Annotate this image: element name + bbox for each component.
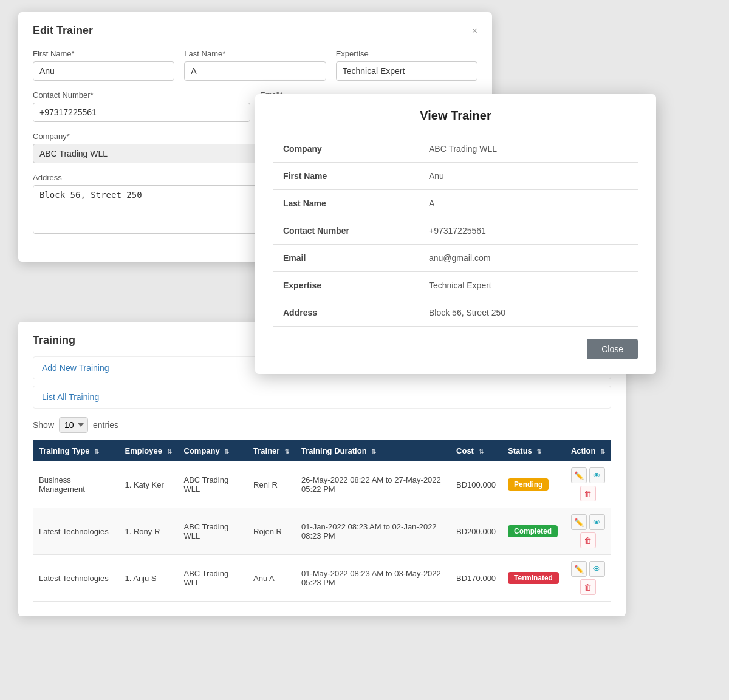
view-field-value: anu@gmail.com (419, 245, 638, 272)
show-entries-row: Show 10 25 50 entries (33, 417, 611, 433)
status-badge: Terminated (508, 572, 559, 584)
edit-row-button[interactable]: ✏️ (571, 514, 587, 530)
edit-trainer-header: Edit Trainer × (33, 24, 477, 37)
view-field-label: Contact Number (273, 217, 419, 245)
cell-training-type: Business Management (33, 461, 118, 508)
delete-row-button[interactable]: 🗑 (580, 532, 596, 548)
cell-company: ABC Trading WLL (178, 555, 248, 602)
action-icons: ✏️ 👁 🗑 (571, 467, 605, 501)
view-field-row: Company ABC Trading WLL (273, 135, 638, 163)
view-field-row: Contact Number +97317225561 (273, 217, 638, 245)
sort-icon-training-type: ⇅ (94, 448, 99, 455)
entries-suffix: entries (93, 420, 118, 430)
col-action[interactable]: Action ⇅ (565, 440, 611, 461)
cell-employee: 1. Katy Ker (118, 461, 177, 508)
cell-employee: 1. Rony R (118, 508, 177, 555)
view-field-row: First Name Anu (273, 163, 638, 190)
cell-status: Completed (502, 508, 565, 555)
table-row: Business Management 1. Katy Ker ABC Trad… (33, 461, 611, 508)
view-field-label: Last Name (273, 190, 419, 217)
contact-number-input[interactable] (33, 103, 250, 122)
expertise-label: Expertise (336, 49, 477, 58)
contact-number-label: Contact Number* (33, 90, 250, 100)
sort-icon-company: ⇅ (224, 448, 229, 455)
first-name-label: First Name* (33, 49, 174, 58)
cell-trainer: Rojen R (247, 508, 295, 555)
view-trainer-modal: View Trainer Company ABC Trading WLL Fir… (255, 94, 656, 374)
cell-status: Terminated (502, 555, 565, 602)
col-employee[interactable]: Employee ⇅ (118, 440, 177, 461)
table-header-row: Training Type ⇅ Employee ⇅ Company ⇅ Tra… (33, 440, 611, 461)
action-row1: ✏️ 👁 (571, 561, 605, 577)
action-row1: ✏️ 👁 (571, 467, 605, 483)
status-badge: Pending (508, 478, 549, 491)
form-row-1: First Name* Last Name* Expertise (33, 49, 477, 81)
cell-action: ✏️ 👁 🗑 (565, 508, 611, 555)
view-field-label: Address (273, 299, 419, 327)
view-field-label: Email (273, 245, 419, 272)
sort-icon-employee: ⇅ (167, 448, 172, 455)
cell-status: Pending (502, 461, 565, 508)
training-table: Training Type ⇅ Employee ⇅ Company ⇅ Tra… (33, 440, 611, 602)
view-row-button[interactable]: 👁 (589, 514, 605, 530)
list-all-link-text: Training (69, 392, 99, 402)
cell-cost: BD200.000 (450, 508, 502, 555)
view-field-value: +97317225561 (419, 217, 638, 245)
sort-icon-status: ⇅ (536, 448, 541, 455)
cell-company: ABC Trading WLL (178, 508, 248, 555)
add-new-link-text: Training (78, 363, 109, 373)
col-cost[interactable]: Cost ⇅ (450, 440, 502, 461)
view-field-label: First Name (273, 163, 419, 190)
action-icons: ✏️ 👁 🗑 (571, 514, 605, 548)
expertise-group: Expertise (336, 49, 477, 81)
sort-icon-duration: ⇅ (371, 448, 376, 455)
cell-duration: 01-May-2022 08:23 AM to 03-May-2022 05:2… (295, 555, 450, 602)
first-name-input[interactable] (33, 61, 174, 81)
edit-row-button[interactable]: ✏️ (571, 561, 587, 577)
edit-row-button[interactable]: ✏️ (571, 467, 587, 483)
cell-trainer: Anu A (247, 555, 295, 602)
view-field-value: ABC Trading WLL (419, 135, 638, 163)
cell-action: ✏️ 👁 🗑 (565, 555, 611, 602)
action-icons: ✏️ 👁 🗑 (571, 561, 605, 595)
col-training-type[interactable]: Training Type ⇅ (33, 440, 118, 461)
cell-trainer: Reni R (247, 461, 295, 508)
col-trainer[interactable]: Trainer ⇅ (247, 440, 295, 461)
view-field-value: A (419, 190, 638, 217)
cell-cost: BD170.000 (450, 555, 502, 602)
cell-duration: 01-Jan-2022 08:23 AM to 02-Jan-2022 08:2… (295, 508, 450, 555)
cell-cost: BD100.000 (450, 461, 502, 508)
table-row: Latest Technologies 1. Rony R ABC Tradin… (33, 508, 611, 555)
table-row: Latest Technologies 1. Anju S ABC Tradin… (33, 555, 611, 602)
delete-row-button[interactable]: 🗑 (580, 579, 596, 595)
sort-icon-trainer: ⇅ (284, 448, 289, 455)
view-field-value: Anu (419, 163, 638, 190)
expertise-input[interactable] (336, 61, 477, 81)
view-field-value: Technical Expert (419, 272, 638, 299)
view-trainer-table: Company ABC Trading WLL First Name Anu L… (273, 135, 638, 327)
view-field-row: Expertise Technical Expert (273, 272, 638, 299)
delete-row-button[interactable]: 🗑 (580, 486, 596, 501)
col-company[interactable]: Company ⇅ (178, 440, 248, 461)
view-trainer-title: View Trainer (273, 109, 638, 123)
col-training-duration[interactable]: Training Duration ⇅ (295, 440, 450, 461)
last-name-input[interactable] (184, 61, 326, 81)
list-all-training-link[interactable]: List All Training (33, 386, 611, 409)
sort-icon-action: ⇅ (600, 448, 605, 455)
view-field-row: Last Name A (273, 190, 638, 217)
col-status[interactable]: Status ⇅ (502, 440, 565, 461)
view-field-value: Block 56, Street 250 (419, 299, 638, 327)
action-row1: ✏️ 👁 (571, 514, 605, 530)
first-name-group: First Name* (33, 49, 174, 81)
edit-trainer-title: Edit Trainer (33, 24, 93, 37)
edit-trainer-close-button[interactable]: × (472, 25, 477, 36)
entries-per-page-select[interactable]: 10 25 50 (59, 417, 88, 433)
view-trainer-close-button[interactable]: Close (587, 339, 638, 359)
view-row-button[interactable]: 👁 (589, 467, 605, 483)
list-all-prefix: List All (42, 392, 69, 402)
view-field-row: Email anu@gmail.com (273, 245, 638, 272)
view-row-button[interactable]: 👁 (589, 561, 605, 577)
cell-training-type: Latest Technologies (33, 508, 118, 555)
cell-company: ABC Trading WLL (178, 461, 248, 508)
last-name-label: Last Name* (184, 49, 326, 58)
